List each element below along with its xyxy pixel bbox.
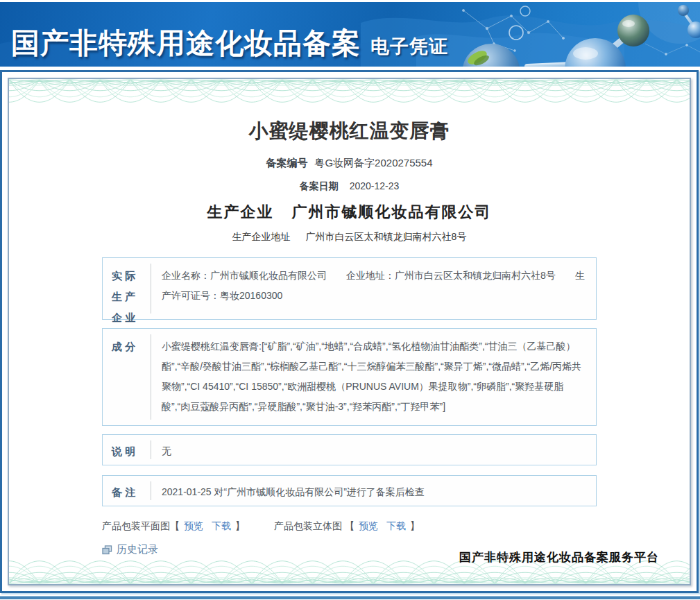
manufacturer-address-label: 生产企业地址 <box>232 231 291 242</box>
stereo-preview-link[interactable]: 预览 <box>359 520 378 531</box>
manufacturer-label: 生产企业 <box>207 203 274 221</box>
bottom-stripe <box>0 596 700 599</box>
manufacturer-value: 广州市铖顺化妆品有限公司 <box>292 203 492 221</box>
table-row-ingredients: 成 分 小蜜缇樱桃红温变唇膏:[“矿脂”,“矿油”,“地蜡”,“合成蜡”,“氢化… <box>102 328 597 426</box>
banner-subtitle: 电子凭证 <box>370 37 448 56</box>
table-row-actual-manufacturer: 实 际 生 产 企 业 企业名称：广州市铖顺化妆品有限公司 企业地址：广州市白云… <box>102 257 597 320</box>
flat-preview-link[interactable]: 预览 <box>184 520 203 531</box>
manufacturer-address-line: 生产企业地址广州市白云区太和镇龙归南村六社8号 <box>102 231 597 243</box>
flat-download-link[interactable]: 下载 <box>212 520 231 531</box>
bracket: 】 <box>235 520 245 531</box>
history-link[interactable]: 历史记录 <box>117 543 158 556</box>
bracket: 【 <box>345 520 355 531</box>
record-number-label: 备案编号 <box>266 157 307 169</box>
banner-title: 国产非特殊用途化妆品备案 <box>11 29 361 58</box>
record-number-value: 粤G妆网备字2020275554 <box>314 157 432 169</box>
page-frame: 小蜜缇樱桃红温变唇膏 备案编号粤G妆网备字2020275554 备案日期2020… <box>0 70 699 593</box>
row-label: 备 注 <box>103 476 151 506</box>
manufacturer-address-value: 广州市白云区太和镇龙归南村六社8号 <box>306 231 467 242</box>
row-label: 说 明 <box>103 435 151 465</box>
manufacturer-line: 生产企业广州市铖顺化妆品有限公司 <box>102 202 597 223</box>
record-date-label: 备案日期 <box>300 180 339 191</box>
bracket: 【 <box>170 520 180 531</box>
record-date-line: 备案日期2020-12-23 <box>102 180 597 193</box>
row-content: 无 <box>151 440 596 459</box>
header-banner: 国产非特殊用途化妆品备案 电子凭证 <box>0 2 700 67</box>
row-content: 2021-01-25 对“广州市铖顺化妆品有限公司”进行了备案后检查 <box>151 481 596 500</box>
record-number-line: 备案编号粤G妆网备字2020275554 <box>102 157 597 170</box>
record-date-value: 2020-12-23 <box>350 180 400 191</box>
stereo-download-link[interactable]: 下载 <box>386 520 406 531</box>
certificate-content: 小蜜缇樱桃红温变唇膏 备案编号粤G妆网备字2020275554 备案日期2020… <box>9 79 597 556</box>
history-icon <box>102 545 112 555</box>
row-content: 小蜜缇樱桃红温变唇膏:[“矿脂”,“矿油”,“地蜡”,“合成蜡”,“氢化植物油甘… <box>151 334 596 420</box>
row-label: 成 分 <box>103 329 151 425</box>
row-label: 实 际 生 产 企 业 <box>103 258 151 319</box>
row-content: 企业名称：广州市铖顺化妆品有限公司 企业地址：广州市白云区太和镇龙归南村六社8号… <box>151 264 596 314</box>
product-name: 小蜜缇樱桃红温变唇膏 <box>102 118 597 144</box>
table-row-instructions: 说 明 无 <box>102 434 597 465</box>
bracket: 】 <box>410 520 420 531</box>
packaging-stereo-label: 产品包装立体图 <box>274 520 342 531</box>
packaging-flat-label: 产品包装平面图 <box>102 520 170 531</box>
table-row-remarks: 备 注 2021-01-25 对“广州市铖顺化妆品有限公司”进行了备案后检查 <box>102 475 597 506</box>
packaging-links-row: 产品包装平面图【预览下载】产品包装立体图 【预览下载】 <box>102 520 597 533</box>
certificate: 小蜜缇樱桃红温变唇膏 备案编号粤G妆网备字2020275554 备案日期2020… <box>8 78 691 585</box>
platform-name: 国产非特殊用途化妆品备案服务平台 <box>459 549 659 565</box>
